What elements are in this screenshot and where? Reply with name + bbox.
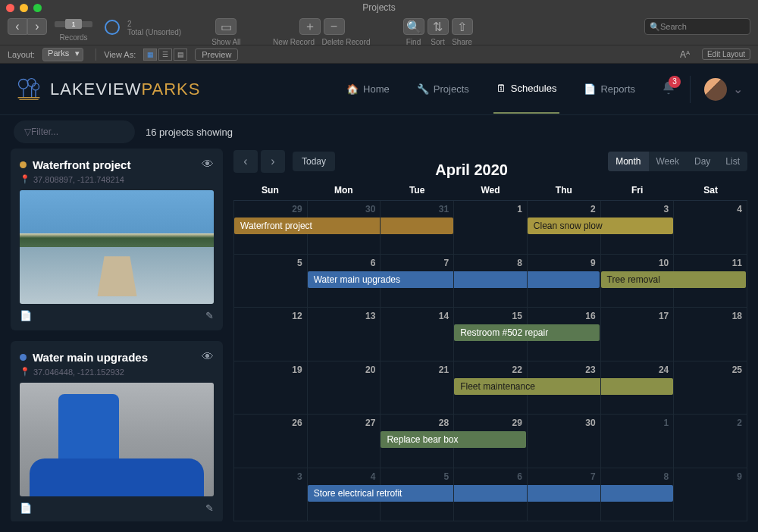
calendar-cell[interactable]: 18 [674,308,747,361]
calendar-cell[interactable]: 31 [381,201,454,255]
calendar-cell[interactable]: 1 [454,201,528,255]
calendar-cell[interactable]: 26 [234,415,308,468]
date-number: 20 [365,365,375,375]
calendar-cell[interactable]: 7 [381,255,454,308]
find-button[interactable]: 🔍 [403,18,424,35]
search-icon: 🔍 [650,22,660,32]
view-month-button[interactable]: Month [608,152,648,171]
share-button[interactable]: ⇧ [452,18,473,35]
eye-icon[interactable]: 👁 [202,158,214,171]
day-header-cell: Fri [600,180,674,200]
cal-prev-button[interactable]: ‹ [233,150,258,173]
filter-row: ▽ Filter... 16 projects showing [0,115,758,149]
calendar-cell[interactable]: 2Clean snow plow [528,201,601,255]
calendar-cell[interactable]: 19 [234,361,308,415]
calendar-cell[interactable]: 25 [674,361,747,415]
tab-home[interactable]: 🏠Home [343,65,393,113]
calendar-cell[interactable]: 6 [454,468,528,522]
calendar-cell[interactable]: 20 [308,361,381,415]
calendar-cell[interactable]: 29 [454,415,528,468]
document-icon[interactable]: 📄 [20,310,32,321]
filter-input[interactable]: ▽ Filter... [14,120,135,143]
date-number: 7 [590,471,596,482]
calendar-cell[interactable]: 16 [528,308,601,361]
calendar-cell[interactable]: 11 [674,255,747,308]
calendar-cell[interactable]: 5 [381,468,454,522]
minimize-window-button[interactable] [20,4,28,12]
date-number: 4 [737,204,742,214]
record-number-thumb[interactable]: 1 [65,19,82,29]
view-form-button[interactable]: ▦ [143,49,157,61]
calendar-cell[interactable]: 22Fleet maintenance [454,361,528,415]
project-title: Water main upgrades [33,351,148,364]
view-table-button[interactable]: ▤ [174,49,187,61]
view-day-button[interactable]: Day [687,152,718,171]
view-list-button[interactable]: ☰ [158,49,172,61]
calendar-cell[interactable]: 9 [528,255,601,308]
calendar-cell[interactable]: 23 [528,361,601,415]
calendar-cell[interactable]: 5 [234,255,308,308]
calendar-cell[interactable]: 27 [308,415,381,468]
calendar-icon: 🗓 [496,83,506,94]
calendar-cell[interactable]: 17 [601,308,675,361]
calendar-cell[interactable]: 4 [674,201,747,255]
calendar-cell[interactable]: 10Tree removal [601,255,675,308]
nav-next-button[interactable]: › [27,18,47,35]
project-title: Waterfront project [33,158,130,171]
new-record-button[interactable]: ＋ [299,18,321,35]
calendar-cell[interactable]: 30 [528,415,601,468]
calendar-cell[interactable]: 8 [454,255,528,308]
view-week-button[interactable]: Week [649,152,687,171]
show-all-label: Show All [211,38,240,46]
calendar-cell[interactable]: 14 [381,308,454,361]
date-number: 23 [585,365,595,375]
layout-selector[interactable]: Parks [42,48,83,61]
calendar-cell[interactable]: 3 [601,201,675,255]
nav-prev-button[interactable]: ‹ [8,18,27,35]
preview-button[interactable]: Preview [195,49,238,61]
close-window-button[interactable] [6,4,14,12]
view-list-button[interactable]: List [718,152,747,171]
view-as-label: View As: [104,50,136,59]
calendar-cell[interactable]: 6Water main upgrades [308,255,381,308]
sort-button[interactable]: ⇅ [428,18,449,35]
calendar-cell[interactable]: 24 [601,361,675,415]
document-icon[interactable]: 📄 [20,502,32,514]
calendar-cell[interactable]: 4Store electrical retrofit [308,468,381,522]
calendar-cell[interactable]: 30 [308,201,381,255]
delete-record-button[interactable]: − [324,18,345,35]
toolbar-search-input[interactable]: 🔍 Search [644,18,750,35]
show-all-button[interactable]: ▭ [215,18,236,35]
tab-projects[interactable]: 🔧Projects [414,65,472,113]
user-avatar[interactable] [704,78,727,101]
project-card[interactable]: Waterfront project 👁 📍37.808897, -121.74… [11,149,223,330]
calendar-cell[interactable]: 28Replace bear box [381,415,454,468]
text-size-button[interactable]: Aᴬ [680,49,690,60]
calendar-cell[interactable]: 12 [234,308,308,361]
calendar-cell[interactable]: 3 [234,468,308,522]
calendar-cell[interactable]: 8 [601,468,675,522]
user-menu-chevron[interactable]: ⌄ [733,82,743,96]
eye-icon[interactable]: 👁 [202,350,214,364]
calendar-cell[interactable]: 15Restroom #502 repair [454,308,528,361]
tab-schedules[interactable]: 🗓Schedules [493,64,560,114]
header-divider [690,76,691,103]
calendar-cell[interactable]: 9 [674,468,747,522]
edit-icon[interactable]: ✎ [205,502,214,514]
edit-icon[interactable]: ✎ [205,310,214,321]
calendar-cell[interactable]: 21 [381,361,454,415]
project-card[interactable]: Water main upgrades 👁 📍37.046448, -121.1… [11,341,223,521]
record-slider[interactable]: 1 [55,21,92,27]
calendar-cell[interactable]: 13 [308,308,381,361]
notifications-button[interactable]: 3 [661,80,676,99]
edit-layout-button[interactable]: Edit Layout [702,49,750,60]
zoom-window-button[interactable] [33,4,42,12]
calendar-cell[interactable]: 1 [601,415,675,468]
calendar-cell[interactable]: 29Waterfront project [234,201,308,255]
calendar-cell[interactable]: 2 [674,415,747,468]
cal-next-button[interactable]: › [261,150,285,173]
tab-reports[interactable]: 📄Reports [581,65,638,113]
calendar-cell[interactable]: 7 [528,468,601,522]
logo-area: LAKEVIEWPARKS [15,76,200,103]
today-button[interactable]: Today [293,152,335,171]
